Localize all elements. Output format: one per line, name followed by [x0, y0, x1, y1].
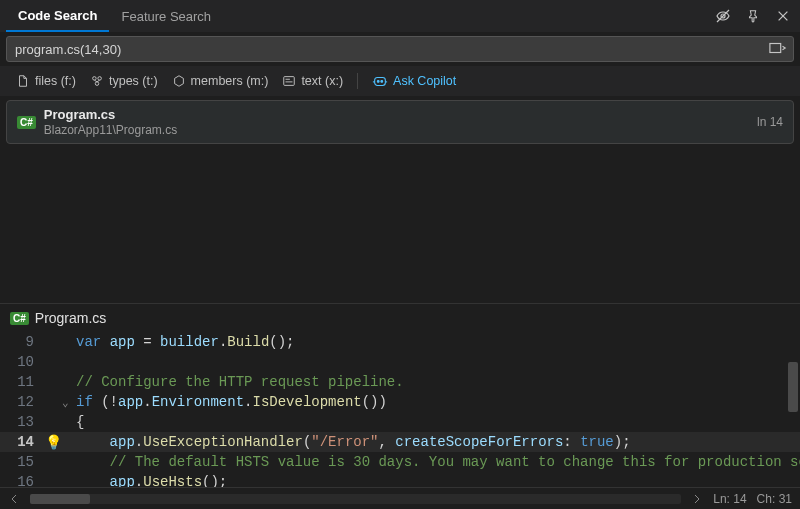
line-number: 14 — [0, 434, 44, 450]
tab-feature-search[interactable]: Feature Search — [109, 2, 223, 31]
horizontal-scrollbar[interactable] — [30, 494, 681, 504]
eye-off-icon[interactable] — [712, 5, 734, 27]
filter-members[interactable]: members (m:) — [166, 72, 275, 90]
pin-icon[interactable] — [742, 5, 764, 27]
code-line[interactable]: 15 // The default HSTS value is 30 days.… — [0, 452, 800, 472]
lightbulb-icon[interactable]: 💡 — [45, 434, 62, 451]
close-icon[interactable] — [772, 5, 794, 27]
result-info: Program.cs BlazorApp11\Program.cs — [44, 107, 749, 137]
code-content[interactable]: { — [76, 414, 84, 430]
svg-point-6 — [98, 77, 102, 81]
code-content[interactable]: if (!app.Environment.IsDevelopment()) — [76, 394, 387, 410]
chevron-right-icon[interactable] — [691, 493, 703, 505]
line-number: 13 — [0, 414, 44, 430]
svg-line-9 — [97, 80, 100, 82]
search-result[interactable]: C# Program.cs BlazorApp11\Program.cs ln … — [6, 100, 794, 144]
code-content[interactable]: // The default HSTS value is 30 days. Yo… — [76, 454, 800, 470]
tab-code-search[interactable]: Code Search — [6, 1, 109, 32]
fold-toggle[interactable]: ⌄ — [62, 396, 76, 409]
result-line: ln 14 — [757, 115, 783, 129]
titlebar: Code Search Feature Search — [0, 0, 800, 32]
filter-types[interactable]: types (t:) — [84, 72, 164, 90]
search-input[interactable] — [7, 42, 763, 57]
svg-point-7 — [95, 82, 99, 86]
status-bar: Ln: 14 Ch: 31 — [0, 487, 800, 509]
code-editor[interactable]: 9var app = builder.Build();1011// Config… — [0, 332, 800, 487]
code-content[interactable]: var app = builder.Build(); — [76, 334, 295, 350]
svg-rect-4 — [770, 43, 781, 52]
scrollbar-thumb[interactable] — [788, 362, 798, 412]
code-content[interactable]: app.UseHsts(); — [76, 474, 227, 487]
line-number: 15 — [0, 454, 44, 470]
svg-rect-10 — [284, 77, 295, 86]
vertical-scrollbar[interactable] — [786, 332, 798, 487]
code-line[interactable]: 12⌄if (!app.Environment.IsDevelopment()) — [0, 392, 800, 412]
separator — [357, 73, 358, 89]
code-line[interactable]: 10 — [0, 352, 800, 372]
result-path: BlazorApp11\Program.cs — [44, 123, 749, 137]
editor-tab[interactable]: C# Program.cs — [0, 303, 800, 332]
line-number: 12 — [0, 394, 44, 410]
filter-label: members (m:) — [191, 74, 269, 88]
search-bar — [6, 36, 794, 62]
line-number: 9 — [0, 334, 44, 350]
status-ln[interactable]: Ln: 14 — [713, 492, 746, 506]
svg-point-14 — [377, 81, 379, 83]
code-line[interactable]: 11// Configure the HTTP request pipeline… — [0, 372, 800, 392]
svg-line-8 — [94, 80, 97, 82]
code-content[interactable]: app.UseExceptionHandler("/Error", create… — [76, 434, 631, 450]
svg-rect-13 — [375, 77, 386, 85]
filter-label: text (x:) — [301, 74, 343, 88]
ask-copilot-label: Ask Copilot — [393, 74, 456, 88]
chevron-left-icon[interactable] — [8, 493, 20, 505]
scrollbar-thumb[interactable] — [30, 494, 90, 504]
filter-text[interactable]: text (x:) — [276, 72, 349, 90]
svg-point-5 — [93, 77, 97, 81]
status-ch[interactable]: Ch: 31 — [757, 492, 792, 506]
line-number: 11 — [0, 374, 44, 390]
ask-copilot[interactable]: Ask Copilot — [366, 72, 462, 90]
editor-filename: Program.cs — [35, 310, 107, 326]
code-line[interactable]: 9var app = builder.Build(); — [0, 332, 800, 352]
line-number: 16 — [0, 474, 44, 487]
code-line[interactable]: 14💡 app.UseExceptionHandler("/Error", cr… — [0, 432, 800, 452]
svg-point-15 — [381, 81, 383, 83]
result-title: Program.cs — [44, 107, 749, 122]
language-badge: C# — [17, 116, 36, 129]
code-content[interactable]: // Configure the HTTP request pipeline. — [76, 374, 404, 390]
line-number: 10 — [0, 354, 44, 370]
code-line[interactable]: 13{ — [0, 412, 800, 432]
filter-files[interactable]: files (f:) — [10, 72, 82, 90]
search-dropdown[interactable] — [763, 41, 793, 58]
filter-bar: files (f:) types (t:) members (m:) text … — [0, 66, 800, 96]
code-line[interactable]: 16 app.UseHsts(); — [0, 472, 800, 487]
filter-label: files (f:) — [35, 74, 76, 88]
filter-label: types (t:) — [109, 74, 158, 88]
language-badge: C# — [10, 312, 29, 325]
empty-area — [0, 148, 800, 303]
